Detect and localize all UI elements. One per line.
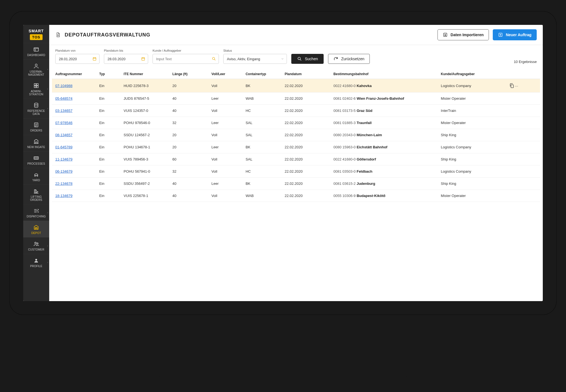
order-link[interactable]: 07-104988 — [55, 84, 72, 88]
order-link[interactable]: 07-978546 — [55, 121, 72, 125]
nav-icon — [33, 83, 39, 89]
main: DEPOTAUFTRAGSVERWALTUNG Daten Importiere… — [49, 25, 543, 301]
sidebar-item-depot[interactable]: DEPOT — [23, 221, 49, 237]
order-link[interactable]: 18-134679 — [55, 194, 72, 198]
status-select[interactable] — [223, 54, 287, 64]
table-row[interactable]: 07-978546EinPOHU 978546-032LeerSAL22.02.… — [52, 117, 540, 129]
sidebar-item-label: ADMINI-STRATION — [24, 90, 48, 96]
col-laenge[interactable]: Länge (ft) — [169, 69, 208, 79]
sidebar-item-reference-data[interactable]: REFERENCE DATA› — [23, 99, 49, 118]
cell-ite: SSDU 124567-2 — [120, 129, 169, 141]
table-row[interactable]: 01-645789EinPOHU 134678-120LeerBK22.02.2… — [52, 141, 540, 153]
sidebar-item-profile[interactable]: PROFILE› — [23, 254, 49, 270]
cell-ite: VUIS 225678-1 — [120, 190, 169, 202]
document-icon — [55, 32, 61, 38]
search-icon — [297, 56, 302, 61]
sidebar-item-label: NEW INGATE — [24, 146, 48, 149]
cell-voll: Voll — [208, 165, 242, 178]
date-to-label: Plandatum bis — [104, 49, 148, 52]
sidebar-item-label: DISPATCHING — [24, 215, 48, 218]
cell-ctyp: BK — [242, 79, 281, 93]
table-row[interactable]: 05-648574EinJUDS 876547-540LeerWAB22.02.… — [52, 93, 540, 105]
col-plandatum[interactable]: Plandatum — [281, 69, 330, 79]
topbar: DEPOTAUFTRAGSVERWALTUNG Daten Importiere… — [49, 25, 543, 45]
sidebar-item-yard[interactable]: YARD — [23, 168, 49, 185]
col-containertyp[interactable]: Containertyp — [242, 69, 281, 79]
table-row[interactable]: 08-134657EinSSDU 124567-220VollSAL22.02.… — [52, 129, 540, 141]
copy-icon[interactable] — [509, 83, 515, 88]
order-link[interactable]: 06-134679 — [55, 169, 72, 173]
cell-plan: 22.02.2020 — [281, 105, 330, 117]
chevron-right-icon: › — [47, 244, 48, 247]
sidebar-item-orders[interactable]: ORDERS — [23, 118, 49, 135]
date-to-input[interactable] — [104, 54, 148, 64]
sidebar-item-processes[interactable]: PROCESSES — [23, 151, 49, 168]
date-from-label: Plandatum von — [55, 49, 99, 52]
table-row[interactable]: 11-134679EinVUIS 789456-360VollSAL22.02.… — [52, 153, 540, 165]
col-kunde[interactable]: Kunde/Auftragsgeber — [437, 69, 506, 79]
cell-kunde: InterTrain — [437, 105, 506, 117]
col-auftragsnummer[interactable]: Auftragsnummer — [52, 69, 96, 79]
cell-ctyp: SAL — [242, 153, 281, 165]
cell-kunde: Logistics Company — [437, 165, 506, 178]
nav-icon — [33, 155, 39, 161]
cell-laenge: 40 — [169, 190, 208, 202]
col-voll-leer[interactable]: Voll/Leer — [208, 69, 242, 79]
sidebar-item-dispatching[interactable]: DISPATCHING› — [23, 204, 49, 221]
reset-icon — [333, 56, 338, 61]
nav-icon — [33, 122, 39, 128]
hand-cursor-icon — [509, 88, 513, 93]
import-button[interactable]: Daten Importieren — [437, 29, 489, 40]
cell-plan: 22.02.2020 — [281, 129, 330, 141]
sidebar-item-label: REFERENCE DATA — [24, 109, 48, 115]
cell-typ: Ein — [96, 141, 120, 153]
cell-dest: 0080 15963-0 Eichstätt Bahnhof — [330, 141, 438, 153]
cell-laenge: 60 — [169, 153, 208, 165]
nav-icon — [33, 257, 39, 264]
cell-plan: 22.02.2020 — [281, 141, 330, 153]
col-typ[interactable]: Typ — [96, 69, 120, 79]
sidebar-item-lifting-orders[interactable]: LIFTING ORDERS — [23, 185, 49, 204]
import-icon — [443, 32, 448, 37]
order-link[interactable]: 05-648574 — [55, 96, 72, 101]
date-to-field: Plandatum bis — [104, 49, 148, 64]
table-row[interactable]: 03-134657EinVUIS 124357-040VollHC22.02.2… — [52, 105, 540, 117]
nav-icon — [33, 241, 39, 247]
sidebar-item-admini-stration[interactable]: ADMINI-STRATION› — [23, 79, 49, 99]
sidebar-item-dashboard[interactable]: DASHBOARD — [23, 43, 49, 59]
order-link[interactable]: 22-134678 — [55, 181, 72, 186]
sidebar-item-customer[interactable]: CUSTOMER› — [23, 237, 49, 254]
customer-input[interactable] — [153, 54, 219, 64]
new-order-button[interactable]: Neuer Auftrag — [493, 29, 537, 40]
sidebar-item-userma-nagement[interactable]: USERMA-NAGEMENT› — [23, 59, 49, 79]
cell-laenge: 40 — [169, 93, 208, 105]
order-link[interactable]: 03-134657 — [55, 109, 72, 113]
table-row[interactable]: 18-134679EinVUIS 225678-140VollWAB22.02.… — [52, 190, 540, 202]
table-row[interactable]: 06-134679EinPOHU 567941-032VollHC22.02.2… — [52, 165, 540, 178]
nav-icon — [33, 224, 39, 230]
sidebar-item-label: USERMA-NAGEMENT — [24, 70, 48, 76]
col-bestimmungsbahnhof[interactable]: Bestimmungsbahnhof — [330, 69, 438, 79]
table-row[interactable]: 22-134678EinSSDU 356497-240LeerBK22.02.2… — [52, 178, 540, 190]
search-button[interactable]: Suchen — [291, 54, 324, 64]
cell-ite: POHU 567941-0 — [120, 165, 169, 178]
sidebar-item-label: DASHBOARD — [24, 54, 48, 57]
table-header-row: Auftragsnummer Typ ITE Nummer Länge (ft)… — [52, 69, 540, 79]
col-ite-nummer[interactable]: ITE Nummer — [120, 69, 169, 79]
cell-plan: 22.02.2020 — [281, 79, 330, 93]
table-row[interactable]: 07-104988EinHUID 225678-320VollBK22.02.2… — [52, 79, 540, 93]
reset-button[interactable]: Zurücksetzen — [328, 54, 370, 64]
cell-ite: VUIS 789456-3 — [120, 153, 169, 165]
sidebar-item-new-ingate[interactable]: NEW INGATE — [23, 135, 49, 151]
cell-dest: 0055 10306-9 Budapest-Kikötő — [330, 190, 438, 202]
order-link[interactable]: 01-645789 — [55, 145, 72, 149]
order-link[interactable]: 08-134657 — [55, 133, 72, 137]
nav-icon — [33, 102, 39, 108]
cell-voll: Leer — [208, 93, 242, 105]
cell-voll: Leer — [208, 178, 242, 190]
order-link[interactable]: 11-134679 — [55, 157, 72, 161]
date-from-input[interactable] — [55, 54, 99, 64]
sidebar: SMART TOS DASHBOARDUSERMA-NAGEMENT›ADMIN… — [23, 25, 49, 301]
plus-icon — [498, 32, 503, 37]
cell-ctyp: SAL — [242, 117, 281, 129]
